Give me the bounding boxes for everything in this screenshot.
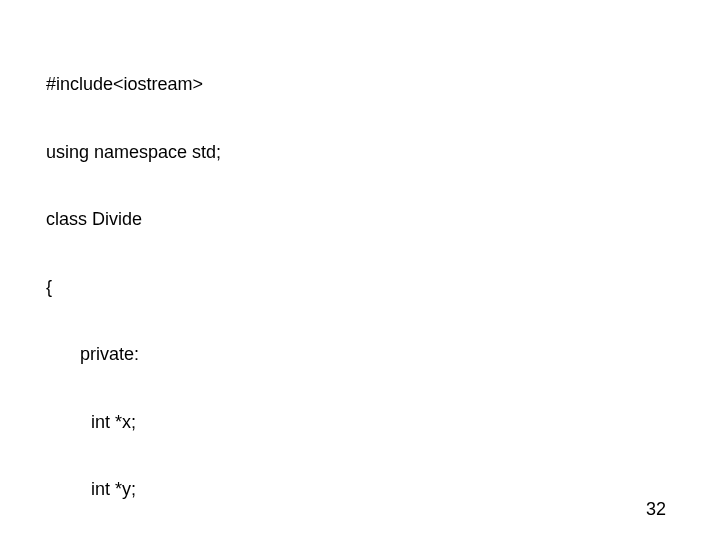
code-line: int *y; [46, 478, 350, 501]
code-line: using namespace std; [46, 141, 350, 164]
code-line: { [46, 276, 350, 299]
code-line: private: [46, 343, 350, 366]
page-number: 32 [646, 499, 666, 520]
code-line: int *x; [46, 411, 350, 434]
code-line: #include<iostream> [46, 73, 350, 96]
slide-content: #include<iostream> using namespace std; … [0, 0, 720, 540]
code-block: #include<iostream> using namespace std; … [46, 28, 350, 540]
code-line: class Divide [46, 208, 350, 231]
